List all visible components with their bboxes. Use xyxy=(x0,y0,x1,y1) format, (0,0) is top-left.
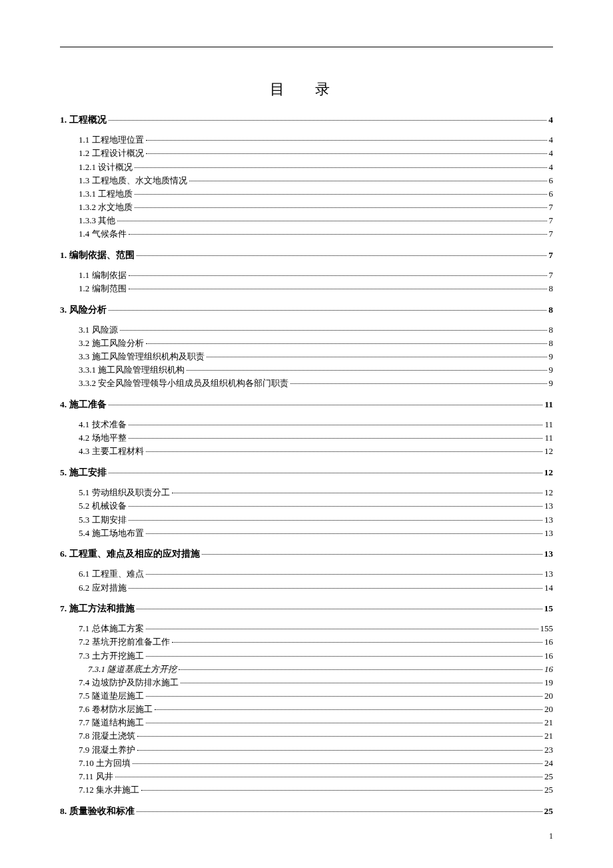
toc-entry-page: 9 xyxy=(549,377,554,389)
toc-entry-page: 16 xyxy=(544,636,553,648)
toc-entry-page: 13 xyxy=(544,548,554,560)
toc-entry[interactable]: 7.4 边坡防护及防排水施工 19 xyxy=(60,677,553,689)
toc-entry-label: 7.6 卷材防水层施工 xyxy=(79,703,153,715)
toc-leader xyxy=(172,493,543,493)
toc-entry[interactable]: 3. 风险分析 8 xyxy=(60,304,553,316)
toc-entry[interactable]: 6.2 应对措施 14 xyxy=(60,582,553,594)
toc-entry-page: 9 xyxy=(549,351,554,363)
toc-entry[interactable]: 1.3.2 水文地质 7 xyxy=(60,201,553,213)
toc-entry[interactable]: 5.2 机械设备 13 xyxy=(60,500,553,512)
toc-entry-page: 8 xyxy=(549,283,554,295)
toc-entry-page: 21 xyxy=(544,730,553,742)
toc-entry-label: 4. 施工准备 xyxy=(60,399,107,411)
toc-entry[interactable]: 7.12 集水井施工 25 xyxy=(60,784,553,796)
toc-entry-label: 1.1 编制依据 xyxy=(79,269,127,281)
toc-leader xyxy=(135,194,546,195)
toc-entry[interactable]: 4.1 技术准备 11 xyxy=(60,419,553,431)
toc-entry[interactable]: 3.3 施工风险管理组织机构及职责 9 xyxy=(60,351,553,363)
toc-entry[interactable]: 1. 编制依据、范围 7 xyxy=(60,249,553,261)
toc-leader xyxy=(129,438,543,439)
toc-leader xyxy=(129,425,543,425)
toc-entry-page: 20 xyxy=(544,703,553,715)
toc-entry[interactable]: 7.11 风井 25 xyxy=(60,771,553,783)
toc-entry-label: 5.2 机械设备 xyxy=(79,500,127,512)
toc-entry-label: 3.3 施工风险管理组织机构及职责 xyxy=(79,351,205,363)
toc-entry[interactable]: 1.3.3 其他 7 xyxy=(60,215,553,227)
toc-entry-label: 7.2 基坑开挖前准备工作 xyxy=(79,636,170,648)
toc-entry[interactable]: 7.1 总体施工方案 155 xyxy=(60,623,553,635)
toc-leader xyxy=(146,140,547,141)
toc-leader xyxy=(135,167,546,168)
toc-entry-label: 7. 施工方法和措施 xyxy=(60,603,135,615)
toc-entry-page: 6 xyxy=(549,188,554,200)
toc-entry[interactable]: 1. 工程概况 4 xyxy=(60,114,553,126)
toc-entry[interactable]: 6.1 工程重、难点 13 xyxy=(60,568,553,580)
toc-entry-label: 6. 工程重、难点及相应的应对措施 xyxy=(60,548,200,560)
toc-entry[interactable]: 3.2 施工风险分析 8 xyxy=(60,337,553,349)
toc-entry[interactable]: 4.2 场地平整 11 xyxy=(60,432,553,444)
toc-leader xyxy=(291,383,546,384)
toc-entry[interactable]: 5.1 劳动组织及职责分工 12 xyxy=(60,487,553,499)
toc-entry[interactable]: 1.2 工程设计概况 4 xyxy=(60,147,553,159)
toc-entry[interactable]: 3.3.1 施工风险管理组织机构 9 xyxy=(60,364,553,376)
toc-entry[interactable]: 7.3 土方开挖施工 16 xyxy=(60,650,553,662)
toc-entry-page: 25 xyxy=(544,784,553,796)
toc-entry-label: 6.2 应对措施 xyxy=(79,582,127,594)
toc-entry[interactable]: 4.3 主要工程材料 12 xyxy=(60,445,553,457)
toc-entry[interactable]: 6. 工程重、难点及相应的应对措施 13 xyxy=(60,548,553,560)
toc-leader xyxy=(137,736,543,737)
toc-entry[interactable]: 7.9 混凝土养护 23 xyxy=(60,744,553,756)
toc-entry[interactable]: 7.5 隧道垫层施工 20 xyxy=(60,690,553,702)
toc-entry[interactable]: 5. 施工安排 12 xyxy=(60,467,553,479)
toc-entry[interactable]: 7.6 卷材防水层施工 20 xyxy=(60,703,553,715)
toc-entry-page: 23 xyxy=(544,744,553,756)
toc-entry[interactable]: 1.2 编制范围 8 xyxy=(60,283,553,295)
toc-entry-page: 4 xyxy=(548,114,553,126)
toc-entry[interactable]: 5.3 工期安排 13 xyxy=(60,514,553,526)
toc-entry-page: 25 xyxy=(544,771,553,783)
toc-entry[interactable]: 7.2 基坑开挖前准备工作 16 xyxy=(60,636,553,648)
toc-leader xyxy=(146,723,543,723)
toc-entry[interactable]: 5.4 施工场地布置 13 xyxy=(60,527,553,539)
toc-entry[interactable]: 7.8 混凝土浇筑 21 xyxy=(60,730,553,742)
toc-entry[interactable]: 3.3.2 安全风险管理领导小组成员及组织机构各部门职责 9 xyxy=(60,377,553,389)
toc-entry[interactable]: 7. 施工方法和措施 15 xyxy=(60,603,553,615)
table-of-contents: 1. 工程概况 41.1 工程地理位置 41.2 工程设计概况 41.2.1 设… xyxy=(60,114,553,817)
toc-entry-page: 8 xyxy=(548,304,553,316)
toc-entry[interactable]: 8. 质量验收和标准 25 xyxy=(60,805,553,817)
toc-entry[interactable]: 1.3 工程地质、水文地质情况 6 xyxy=(60,175,553,187)
toc-leader xyxy=(137,811,542,812)
toc-leader xyxy=(129,289,547,289)
toc-entry-label: 1. 编制依据、范围 xyxy=(60,249,135,261)
toc-entry[interactable]: 1.2.1 设计概况 4 xyxy=(60,161,553,173)
toc-entry-label: 1.3.2 水文地质 xyxy=(79,201,133,213)
toc-entry-label: 5.1 劳动组织及职责分工 xyxy=(79,487,170,499)
toc-entry-page: 13 xyxy=(544,500,553,512)
toc-entry[interactable]: 7.10 土方回填 24 xyxy=(60,757,553,769)
toc-entry-page: 7 xyxy=(549,269,554,281)
toc-entry[interactable]: 1.1 编制依据 7 xyxy=(60,269,553,281)
toc-entry[interactable]: 3.1 风险源 8 xyxy=(60,324,553,336)
toc-entry-page: 7 xyxy=(548,249,553,261)
toc-entry[interactable]: 4. 施工准备 11 xyxy=(60,399,553,411)
toc-entry-label: 7.11 风井 xyxy=(79,771,113,783)
toc-entry-page: 4 xyxy=(549,161,554,173)
toc-entry-label: 3. 风险分析 xyxy=(60,304,107,316)
toc-entry-label: 1. 工程概况 xyxy=(60,114,107,126)
toc-entry-label: 7.4 边坡防护及防排水施工 xyxy=(79,677,179,689)
toc-entry-label: 1.3 工程地质、水文地质情况 xyxy=(79,175,187,187)
toc-entry[interactable]: 1.1 工程地理位置 4 xyxy=(60,134,553,146)
toc-entry[interactable]: 7.3.1 隧道基底土方开挖 16 xyxy=(60,663,553,675)
toc-entry-label: 7.8 混凝土浇筑 xyxy=(79,730,135,742)
toc-entry-page: 12 xyxy=(544,487,553,499)
toc-entry-page: 25 xyxy=(544,805,554,817)
toc-entry[interactable]: 7.7 隧道结构施工 21 xyxy=(60,717,553,729)
toc-entry[interactable]: 1.4 气候条件 7 xyxy=(60,228,553,240)
toc-entry[interactable]: 1.3.1 工程地质 6 xyxy=(60,188,553,200)
toc-entry-label: 7.10 土方回填 xyxy=(79,757,131,769)
toc-leader xyxy=(146,574,543,575)
toc-entry-page: 11 xyxy=(544,419,553,431)
toc-leader xyxy=(129,520,543,521)
toc-entry-page: 19 xyxy=(544,677,553,689)
toc-leader xyxy=(179,669,542,670)
